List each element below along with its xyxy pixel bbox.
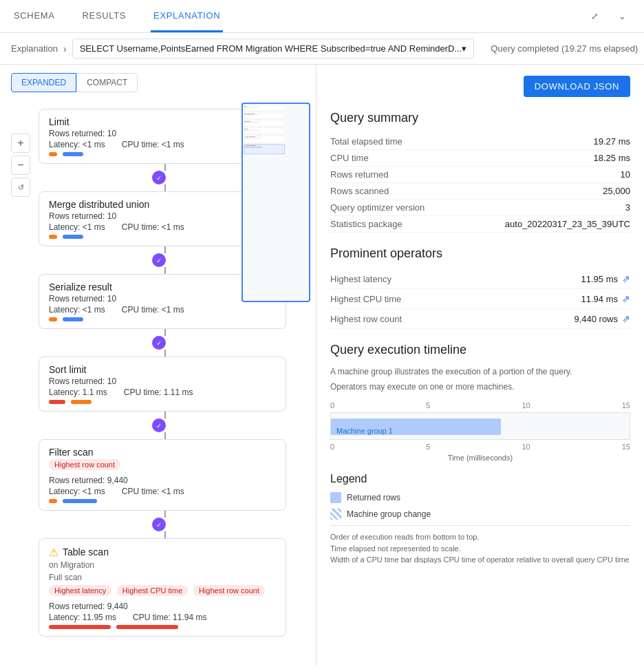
- warning-icon: ⚠: [49, 546, 58, 559]
- link-icon-row-count[interactable]: ⇗: [622, 313, 630, 324]
- node-filter-scan[interactable]: Filter scan Highest row count Rows retur…: [39, 439, 286, 511]
- legend-label-machine-group: Machine group change: [347, 509, 431, 519]
- legend-item-returned-rows: Returned rows: [330, 492, 630, 503]
- stat-cpu-time: CPU time 18.25 ms: [330, 150, 630, 167]
- chevron-down-icon[interactable]: ⌄: [611, 6, 633, 28]
- node-table-bar-latency: [49, 625, 111, 629]
- download-json-button[interactable]: DOWNLOAD JSON: [524, 76, 630, 97]
- stat-stats-package: Statistics package auto_20220317_23_35_3…: [330, 216, 630, 233]
- link-icon-cpu[interactable]: ⇗: [622, 293, 630, 304]
- query-timeline-desc1: A machine group illustrates the executio…: [330, 365, 630, 378]
- tab-explanation[interactable]: EXPLANATION: [151, 0, 223, 32]
- timeline-machine-group-bar: Machine group 1: [331, 418, 501, 435]
- query-timeline-title: Query execution timeline: [330, 343, 630, 357]
- compact-toggle[interactable]: COMPACT: [76, 73, 138, 92]
- node-table-scan[interactable]: ⚠ Table scan on Migration Full scan High…: [39, 538, 286, 637]
- top-tabs-bar: SCHEMA RESULTS EXPLANATION ⤢ ⌄: [0, 0, 644, 33]
- node-sort-bar-cpu: [71, 400, 92, 404]
- node-sort-bar-latency: [49, 400, 65, 404]
- node-table-subtitle2: Full scan: [49, 573, 276, 582]
- legend-title: Legend: [330, 473, 630, 485]
- badge-table-highest-cpu: Highest CPU time: [117, 585, 188, 596]
- query-select[interactable]: SELECT Username,PointsEarned FROM Migrat…: [72, 39, 475, 59]
- axis-bottom-10: 10: [522, 443, 530, 451]
- prominent-operators-section: Prominent operators Highest latency 11.9…: [330, 246, 630, 329]
- node-sort-rows: Rows returned: 10: [49, 376, 276, 386]
- node-table-bar-cpu: [116, 625, 178, 629]
- legend-box-returned-rows: [330, 492, 341, 503]
- axis-label-10: 10: [522, 401, 530, 410]
- node-filter-title: Filter scan: [49, 447, 276, 458]
- legend-note: Order of execution reads from bottom to …: [330, 525, 630, 566]
- axis-bottom-15: 15: [622, 443, 630, 451]
- timeline-x-axis-label: Time (milliseconds): [330, 454, 630, 462]
- stat-optimizer-version: Query optimizer version 3: [330, 200, 630, 216]
- tab-schema[interactable]: SCHEMA: [11, 0, 58, 32]
- stat-rows-returned: Rows returned 10: [330, 167, 630, 183]
- legend-label-returned-rows: Returned rows: [347, 493, 400, 502]
- breadcrumb-bar: Explanation › SELECT Username,PointsEarn…: [0, 33, 644, 65]
- dropdown-arrow-icon: ▾: [462, 43, 466, 54]
- node-table-title: Table scan: [63, 546, 109, 558]
- axis-label-15: 15: [622, 401, 630, 410]
- query-timeline-section: Query execution timeline A machine group…: [330, 343, 630, 462]
- prominent-operators-title: Prominent operators: [330, 246, 630, 261]
- axis-bottom-0: 0: [330, 443, 334, 451]
- axis-label-5: 5: [426, 401, 430, 410]
- node-sort-title: Sort limit: [49, 364, 276, 375]
- prominent-highest-row-count: Highest row count 9,440 rows ⇗: [330, 309, 630, 329]
- node-table-latency-cpu: Latency: 11.95 ms CPU time: 11.94 ms: [49, 613, 276, 622]
- query-select-text: SELECT Username,PointsEarned FROM Migrat…: [80, 43, 462, 54]
- query-timeline-desc2: Operators may execute on one or more mac…: [330, 381, 630, 393]
- stat-total-elapsed: Total elapsed time 19.27 ms: [330, 134, 630, 150]
- zoom-reset-button[interactable]: ↺: [11, 178, 30, 197]
- node-filter-bar-cpu: [63, 499, 97, 503]
- query-summary-section: Query summary Total elapsed time 19.27 m…: [330, 111, 630, 233]
- machine-group-label: Machine group 1: [336, 427, 393, 435]
- breadcrumb-label: Explanation: [11, 43, 58, 54]
- legend-box-machine-group: [330, 509, 341, 520]
- badge-table-highest-latency: Highest latency: [49, 585, 111, 596]
- node-serialize-bar-cpu: [63, 317, 83, 321]
- node-sort-limit[interactable]: Sort limit Rows returned: 10 Latency: 1.…: [39, 357, 286, 412]
- stat-rows-scanned: Rows scanned 25,000: [330, 183, 630, 200]
- node-limit-bar-cpu: [63, 152, 83, 156]
- node-table-subtitle: on Migration: [49, 560, 276, 570]
- mini-map: LimitRows ret: 10 | Lat: <1ms | CPU: <1m…: [242, 103, 310, 302]
- right-panel: DOWNLOAD JSON Query summary Total elapse…: [316, 65, 644, 666]
- node-serialize-bar-latency: [49, 317, 57, 321]
- query-summary-title: Query summary: [330, 111, 630, 125]
- zoom-out-button[interactable]: −: [11, 156, 30, 175]
- node-filter-rows: Rows returned: 9,440: [49, 476, 276, 485]
- node-merge-bar-cpu: [63, 235, 83, 239]
- link-icon-latency[interactable]: ⇗: [622, 273, 630, 284]
- node-filter-bar-latency: [49, 499, 57, 503]
- axis-bottom-5: 5: [426, 443, 430, 451]
- legend-section: Legend Returned rows Machine group chang…: [330, 473, 630, 566]
- axis-label-0: 0: [330, 401, 334, 410]
- prominent-highest-latency: Highest latency 11.95 ms ⇗: [330, 269, 630, 289]
- node-filter-latency-cpu: Latency: <1 ms CPU time: <1 ms: [49, 487, 276, 496]
- legend-item-machine-group-change: Machine group change: [330, 509, 630, 520]
- node-sort-latency-cpu: Latency: 1.1 ms CPU time: 1.11 ms: [49, 387, 276, 397]
- query-status: Query completed (19.27 ms elapsed): [491, 43, 638, 54]
- tab-results[interactable]: RESULTS: [80, 0, 129, 32]
- zoom-in-button[interactable]: +: [11, 134, 30, 153]
- expanded-toggle[interactable]: EXPANDED: [11, 73, 76, 92]
- prominent-highest-cpu: Highest CPU time 11.94 ms ⇗: [330, 289, 630, 309]
- node-merge-bar-latency: [49, 235, 57, 239]
- badge-filter-highest-row-count: Highest row count: [49, 459, 120, 470]
- fullscreen-icon[interactable]: ⤢: [583, 6, 605, 28]
- breadcrumb-arrow: ›: [63, 43, 67, 54]
- badge-table-highest-row-count: Highest row count: [193, 585, 265, 596]
- node-table-rows: Rows returned: 9,440: [49, 602, 276, 611]
- node-serialize-latency-cpu: Latency: <1 ms CPU time: <1 ms: [49, 305, 276, 315]
- node-limit-bar-latency: [49, 152, 57, 156]
